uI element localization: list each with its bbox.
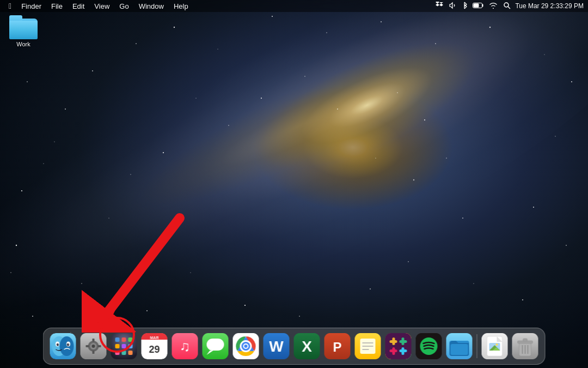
dock-trash[interactable] — [511, 332, 540, 360]
battery-icon[interactable] — [471, 2, 485, 10]
dock-launchpad[interactable] — [110, 332, 138, 360]
svg-point-27 — [190, 272, 191, 273]
svg-point-10 — [272, 16, 273, 17]
dock-finder[interactable] — [49, 332, 77, 360]
svg-point-44 — [163, 152, 164, 153]
svg-point-38 — [375, 158, 376, 158]
dock-excel[interactable]: X — [293, 332, 321, 360]
help-menu[interactable]: Help — [169, 0, 193, 12]
menubar-right: Tue Mar 29 2:33:29 PM — [434, 2, 584, 11]
wifi-icon[interactable] — [488, 2, 499, 10]
svg-rect-74 — [128, 337, 133, 342]
svg-point-21 — [473, 283, 474, 283]
audio-icon[interactable] — [448, 2, 457, 11]
svg-point-11 — [326, 32, 327, 33]
svg-point-30 — [32, 316, 33, 317]
dock-preview[interactable] — [481, 332, 509, 360]
svg-point-17 — [555, 136, 555, 136]
dock-notes[interactable] — [354, 332, 382, 360]
menubar-clock: Tue Mar 29 2:33:29 PM — [515, 2, 584, 10]
svg-text:P: P — [333, 340, 341, 354]
folder-icon — [9, 15, 38, 39]
dock-powerpoint[interactable]: P — [323, 332, 352, 360]
finder-dock-icon — [50, 333, 76, 359]
svg-rect-79 — [122, 351, 126, 355]
svg-point-13 — [435, 43, 436, 44]
svg-rect-133 — [523, 339, 528, 341]
svg-point-5 — [108, 218, 109, 218]
mail-dock-icon: 29 MAR — [142, 333, 168, 359]
go-menu[interactable]: Go — [115, 0, 133, 12]
svg-point-61 — [67, 343, 69, 346]
svg-rect-75 — [115, 344, 120, 348]
desktop:  Finder File Edit View Go Window Help — [0, 0, 588, 368]
dock-messages[interactable] — [201, 332, 230, 360]
svg-point-23 — [408, 261, 408, 262]
folder-tab — [9, 15, 22, 21]
svg-point-40 — [304, 76, 305, 76]
svg-point-66 — [92, 345, 95, 348]
svg-line-50 — [508, 7, 510, 9]
svg-point-6 — [92, 70, 93, 71]
svg-rect-73 — [122, 337, 126, 342]
svg-point-4 — [81, 283, 82, 284]
svg-point-58 — [57, 343, 59, 346]
finder-menu-app[interactable]: Finder — [17, 0, 46, 12]
svg-point-41 — [261, 98, 262, 99]
svg-rect-78 — [115, 351, 120, 355]
search-icon[interactable] — [502, 2, 512, 11]
svg-text:X: X — [302, 338, 312, 355]
svg-point-56 — [60, 336, 74, 356]
sysprefs-dock-icon — [81, 333, 107, 359]
svg-rect-77 — [128, 344, 133, 348]
dock-chrome[interactable] — [232, 332, 260, 360]
edit-menu[interactable]: Edit — [68, 0, 89, 12]
files-dock-icon — [446, 333, 473, 359]
dock-slack[interactable] — [384, 332, 413, 360]
svg-point-22 — [462, 218, 463, 219]
trash-dock-icon — [512, 333, 538, 359]
chrome-dock-icon — [233, 333, 259, 359]
svg-point-18 — [533, 207, 534, 208]
svg-point-24 — [370, 288, 371, 289]
svg-point-20 — [522, 299, 523, 300]
dock-word[interactable]: W — [262, 332, 291, 360]
excel-dock-icon: X — [294, 333, 320, 359]
bluetooth-icon[interactable] — [461, 2, 468, 11]
ppt-dock-icon: P — [324, 333, 351, 359]
svg-point-33 — [54, 141, 54, 142]
svg-point-0 — [27, 81, 28, 82]
notes-dock-icon — [355, 333, 381, 359]
svg-rect-118 — [400, 349, 407, 352]
svg-point-59 — [58, 343, 58, 344]
svg-point-8 — [174, 27, 175, 28]
messages-dock-icon — [203, 333, 229, 359]
dock-mail[interactable]: 29 MAR — [140, 332, 169, 360]
music-dock-icon: ♫ — [172, 333, 198, 359]
dock-files[interactable] — [445, 332, 474, 360]
svg-point-16 — [571, 81, 572, 82]
svg-point-34 — [397, 92, 398, 93]
svg-text:♫: ♫ — [180, 338, 191, 354]
svg-point-43 — [195, 98, 196, 98]
svg-point-2 — [43, 163, 44, 164]
stars-layer — [0, 0, 588, 368]
svg-point-15 — [544, 54, 544, 55]
dock-system-preferences[interactable] — [79, 332, 108, 360]
svg-point-25 — [299, 316, 300, 317]
dock-music[interactable]: ♫ — [171, 332, 199, 360]
spotify-dock-icon — [416, 333, 442, 359]
window-menu[interactable]: Window — [134, 0, 168, 12]
file-menu[interactable]: File — [47, 0, 67, 12]
dropbox-icon[interactable] — [434, 2, 444, 11]
dock: 29 MAR ♫ — [43, 328, 546, 365]
launchpad-dock-icon — [111, 333, 137, 359]
svg-point-31 — [10, 272, 11, 273]
svg-point-1 — [65, 108, 66, 110]
svg-rect-110 — [385, 333, 412, 359]
apple-menu[interactable]:  — [4, 2, 16, 10]
view-menu[interactable]: View — [90, 0, 114, 12]
dock-spotify[interactable] — [415, 332, 443, 360]
svg-point-19 — [566, 245, 567, 246]
desktop-work-folder[interactable]: Work — [4, 15, 42, 47]
